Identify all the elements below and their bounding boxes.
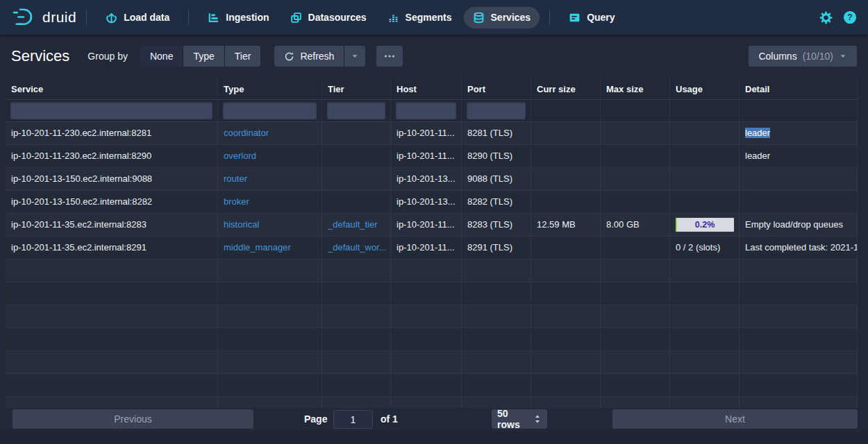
cell-max_size [601, 259, 670, 282]
settings-button[interactable] [819, 11, 833, 24]
group-by-type-button[interactable]: Type [183, 46, 224, 67]
rows-per-page-select[interactable]: 50 rows [492, 409, 547, 429]
cell-link-type[interactable]: coordinator [224, 128, 269, 138]
column-header-service[interactable]: Service [6, 78, 218, 99]
filter-input-port[interactable] [467, 102, 526, 119]
filter-cell-host [391, 100, 462, 121]
cell-type: middle_manager [218, 237, 322, 259]
cell-curr_size [531, 191, 601, 213]
refresh-dropdown-button[interactable] [344, 46, 365, 67]
cell-usage [670, 259, 740, 282]
cell-usage [670, 145, 740, 167]
cell-port: 8283 (TLS) [462, 214, 531, 236]
columns-dropdown-button[interactable]: Columns (10/10) [749, 46, 857, 67]
cell-link-type[interactable]: broker [224, 196, 249, 207]
cell-link-type[interactable]: router [224, 173, 247, 184]
cell-detail: leader [740, 145, 858, 167]
cell-curr_size [531, 305, 601, 327]
nav-item-ingestion[interactable]: Ingestion [199, 7, 278, 28]
table-row-empty [6, 328, 858, 351]
cell-host [391, 351, 462, 373]
gantt-icon [208, 12, 219, 24]
cell-type [218, 259, 322, 282]
column-header-port[interactable]: Port [462, 78, 531, 99]
navbar: druid Load data Ingestion [0, 0, 868, 35]
column-header-tier[interactable]: Tier [322, 78, 391, 99]
cell-port [462, 351, 531, 373]
filter-input-host[interactable] [396, 102, 456, 119]
nav-item-datasources[interactable]: Datasources [281, 7, 376, 28]
cell-usage [670, 122, 740, 144]
cell-max_size: 8.00 GB [601, 214, 670, 236]
druid-logo[interactable]: druid [11, 7, 76, 28]
cell-link-type[interactable]: historical [224, 219, 259, 230]
column-header-detail[interactable]: Detail [740, 78, 858, 99]
cell-service [6, 397, 218, 408]
cell-link-type[interactable]: overlord [224, 151, 256, 161]
table-row-empty [6, 374, 858, 397]
cell-port [462, 397, 531, 408]
refresh-button[interactable]: Refresh [274, 46, 344, 67]
cell-detail [740, 397, 858, 408]
selected-text: leader [745, 128, 770, 138]
group-by-tier-button[interactable]: Tier [225, 46, 261, 67]
table-row-empty [6, 351, 858, 374]
svg-text:?: ? [847, 12, 852, 22]
filter-cell-type [218, 100, 322, 121]
filter-input-service[interactable] [10, 102, 212, 119]
cell-tier [322, 305, 391, 327]
nav-item-load-data[interactable]: Load data [97, 7, 178, 28]
cell-detail [740, 374, 858, 396]
cell-curr_size [531, 282, 601, 305]
cell-service [6, 374, 218, 396]
cell-tier [322, 282, 391, 305]
cell-max_size [601, 191, 670, 213]
cell-host: ip-10-201-11... [391, 145, 462, 167]
help-button[interactable]: ? [843, 10, 857, 24]
cell-curr_size [531, 328, 601, 350]
double-caret-icon [533, 414, 542, 424]
rows-per-page-value: 50 rows [497, 408, 533, 430]
cell-tier: _default_tier [322, 214, 391, 236]
nav-item-query[interactable]: Query [560, 7, 624, 28]
cell-host: ip-10-201-13... [391, 191, 462, 213]
table-row: ip-10-201-13-150.ec2.internal:8282broker… [6, 191, 858, 214]
cell-detail [740, 259, 858, 282]
cell-link-tier[interactable]: _default_tier [328, 219, 378, 230]
chevron-down-icon [351, 52, 359, 60]
gear-icon [819, 11, 833, 24]
nav-item-label: Ingestion [226, 12, 269, 23]
table-row: ip-10-201-11-35.ec2.internal:8291middle_… [6, 237, 858, 259]
group-by-none-button[interactable]: None [140, 46, 183, 67]
cell-link-type[interactable]: middle_manager [224, 242, 291, 253]
nav-separator [86, 10, 87, 25]
cell-port [462, 259, 531, 282]
cell-detail [740, 328, 858, 350]
column-header-curr_size[interactable]: Curr size [531, 78, 601, 99]
cell-curr_size [531, 259, 601, 282]
column-header-type[interactable]: Type [218, 78, 322, 99]
previous-page-button[interactable]: Previous [12, 409, 253, 429]
filter-cell-usage [670, 100, 740, 121]
column-header-usage[interactable]: Usage [670, 78, 740, 99]
next-page-button[interactable]: Next [612, 409, 858, 429]
bar-chart-icon [387, 12, 399, 24]
brand-name: druid [42, 9, 76, 26]
cell-max_size [601, 374, 670, 396]
cell-usage [670, 328, 740, 350]
column-header-host[interactable]: Host [391, 78, 462, 99]
nav-item-services[interactable]: Services [464, 7, 540, 28]
cell-tier [322, 374, 391, 396]
nav-item-segments[interactable]: Segments [378, 7, 461, 28]
cell-link-tier[interactable]: _default_wor... [328, 242, 387, 253]
cell-host [391, 305, 462, 327]
filter-input-tier[interactable] [327, 102, 385, 119]
cell-max_size [601, 328, 670, 350]
page-number-input[interactable] [333, 410, 373, 429]
cell-detail: Last completed task: 2021-1 [740, 237, 858, 259]
filter-input-type[interactable] [223, 102, 317, 119]
cell-usage [670, 397, 740, 408]
column-header-max_size[interactable]: Max size [601, 78, 670, 99]
cell-host: ip-10-201-11... [391, 122, 462, 144]
more-actions-button[interactable] [376, 46, 403, 67]
